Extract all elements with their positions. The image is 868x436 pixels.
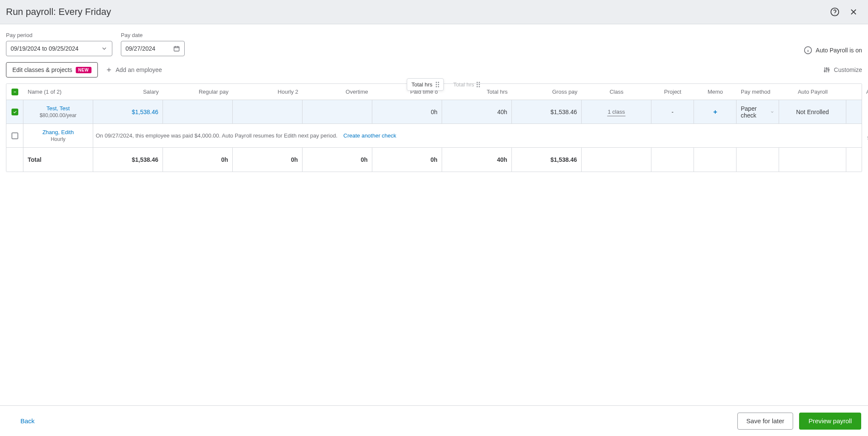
col-auto-payroll[interactable]: Auto Payroll bbox=[779, 84, 846, 100]
auto-payroll-cell: Active bbox=[846, 124, 868, 147]
info-text: On 09/27/2024, this employee was paid $4… bbox=[96, 132, 337, 139]
total-blank bbox=[582, 148, 651, 172]
col-memo[interactable]: Memo bbox=[694, 84, 737, 100]
drag-ghost-label: Total hrs bbox=[453, 81, 474, 88]
employee-rate: Hourly bbox=[51, 136, 66, 142]
svg-point-0 bbox=[831, 8, 839, 16]
total-blank bbox=[651, 148, 694, 172]
gross-pay-cell: $1,538.46 bbox=[512, 100, 582, 123]
drag-tip-label: Total hrs bbox=[411, 81, 432, 88]
calendar-icon bbox=[173, 45, 180, 52]
plus-icon bbox=[712, 109, 718, 115]
help-button[interactable] bbox=[828, 5, 842, 19]
col-salary[interactable]: Salary bbox=[93, 84, 163, 100]
col-project[interactable]: Project bbox=[651, 84, 694, 100]
plus-icon bbox=[106, 66, 112, 73]
grip-icon bbox=[477, 82, 480, 87]
col-regular-pay[interactable]: Regular pay bbox=[163, 84, 233, 100]
svg-point-4 bbox=[824, 71, 825, 72]
pay-date-input[interactable]: 09/27/2024 bbox=[121, 41, 185, 56]
pay-period-value: 09/19/2024 to 09/25/2024 bbox=[11, 45, 101, 52]
main-content: Pay period 09/19/2024 to 09/25/2024 Pay … bbox=[0, 24, 868, 172]
table-total-row: Total $1,538.46 0h 0h 0h 0h 40h $1,538.4… bbox=[6, 148, 862, 172]
total-gross-pay: $1,538.46 bbox=[512, 148, 582, 172]
customize-button[interactable]: Customize bbox=[823, 66, 862, 74]
create-another-check-link[interactable]: Create another check bbox=[343, 132, 396, 139]
row-checkbox[interactable] bbox=[11, 109, 18, 115]
edit-classes-label: Edit classes & projects bbox=[12, 66, 72, 73]
total-blank bbox=[846, 148, 868, 172]
svg-point-1 bbox=[834, 14, 835, 14]
auto-payroll-cell: Not Enrolled bbox=[779, 100, 846, 123]
close-icon bbox=[849, 7, 858, 17]
add-employee-button[interactable]: Add an employee bbox=[106, 66, 162, 73]
employee-name-link[interactable]: Test, Test bbox=[46, 105, 70, 112]
pay-date-label: Pay date bbox=[121, 32, 185, 38]
auto-payroll-status: Auto Payroll is on bbox=[804, 46, 862, 54]
employee-cell: Test, Test $80,000.00/year bbox=[23, 100, 93, 123]
total-regular-pay: 0h bbox=[163, 148, 233, 172]
actions-cell bbox=[846, 100, 868, 123]
close-button[interactable] bbox=[847, 5, 860, 19]
add-memo-button[interactable] bbox=[711, 108, 720, 116]
salary-cell[interactable]: $1,538.46 bbox=[93, 100, 163, 123]
total-label: Total bbox=[23, 148, 93, 172]
minus-icon bbox=[13, 90, 17, 94]
col-overtime[interactable]: Overtime bbox=[303, 84, 372, 100]
total-hourly2: 0h bbox=[233, 148, 303, 172]
drag-tip[interactable]: Total hrs bbox=[407, 78, 444, 91]
employee-cell: Zhang, Edith Hourly bbox=[23, 124, 93, 147]
total-blank bbox=[779, 148, 846, 172]
page-header: Run payroll: Every Friday bbox=[0, 0, 868, 24]
page-footer: Back Save for later Preview payroll bbox=[0, 405, 868, 436]
page-title: Run payroll: Every Friday bbox=[6, 6, 823, 17]
employee-name-link[interactable]: Zhang, Edith bbox=[43, 129, 74, 135]
select-all-cell bbox=[6, 84, 23, 100]
pay-date-value: 09/27/2024 bbox=[126, 45, 173, 52]
col-pay-method[interactable]: Pay method bbox=[737, 84, 779, 100]
edit-classes-button[interactable]: Edit classes & projects NEW bbox=[6, 62, 98, 77]
col-gross-pay[interactable]: Gross pay bbox=[512, 84, 582, 100]
select-all-checkbox[interactable] bbox=[11, 89, 18, 95]
col-name[interactable]: Name (1 of 2) bbox=[23, 84, 93, 100]
preview-payroll-button[interactable]: Preview payroll bbox=[799, 413, 861, 430]
regular-pay-cell[interactable] bbox=[163, 100, 233, 123]
help-icon bbox=[830, 7, 839, 17]
date-controls: Pay period 09/19/2024 to 09/25/2024 Pay … bbox=[6, 32, 862, 56]
pay-date-field: Pay date 09/27/2024 bbox=[121, 32, 185, 56]
column-drag-indicator: Total hrs Total hrs bbox=[407, 78, 480, 91]
total-blank bbox=[737, 148, 779, 172]
back-link[interactable]: Back bbox=[7, 417, 48, 425]
employee-info-message: On 09/27/2024, this employee was paid $4… bbox=[93, 124, 846, 147]
project-cell[interactable]: - bbox=[651, 100, 694, 123]
grip-icon bbox=[436, 82, 439, 87]
svg-point-6 bbox=[828, 69, 829, 71]
pay-method-select[interactable]: Paper check bbox=[741, 105, 774, 119]
pay-period-field: Pay period 09/19/2024 to 09/25/2024 bbox=[6, 32, 112, 56]
class-link[interactable]: 1 class bbox=[607, 108, 625, 116]
pay-method-value: Paper check bbox=[741, 105, 768, 119]
save-for-later-button[interactable]: Save for later bbox=[737, 413, 793, 430]
total-salary: $1,538.46 bbox=[93, 148, 163, 172]
total-blank bbox=[6, 148, 23, 172]
chevron-down-icon bbox=[770, 109, 774, 115]
row-checkbox[interactable] bbox=[11, 132, 18, 139]
overtime-cell[interactable] bbox=[303, 100, 372, 123]
pay-period-select[interactable]: 09/19/2024 to 09/25/2024 bbox=[6, 41, 112, 56]
svg-point-5 bbox=[826, 68, 827, 69]
total-pto: 0h bbox=[372, 148, 442, 172]
total-hrs-cell: 40h bbox=[442, 100, 512, 123]
svg-rect-2 bbox=[174, 46, 179, 51]
payroll-table: Name (1 of 2) Salary Regular pay Hourly … bbox=[6, 83, 862, 172]
new-badge: NEW bbox=[76, 67, 91, 73]
hourly2-cell[interactable] bbox=[233, 100, 303, 123]
employee-rate: $80,000.00/year bbox=[40, 112, 77, 118]
table-row: Test, Test $80,000.00/year $1,538.46 0h … bbox=[6, 100, 862, 124]
col-hourly2[interactable]: Hourly 2 bbox=[233, 84, 303, 100]
pto-cell[interactable]: 0h bbox=[372, 100, 442, 123]
col-class[interactable]: Class bbox=[582, 84, 651, 100]
table-row: Zhang, Edith Hourly On 09/27/2024, this … bbox=[6, 124, 862, 148]
total-total-hrs: 40h bbox=[442, 148, 512, 172]
col-actions[interactable]: Actions bbox=[846, 84, 868, 100]
chevron-down-icon bbox=[101, 45, 108, 52]
